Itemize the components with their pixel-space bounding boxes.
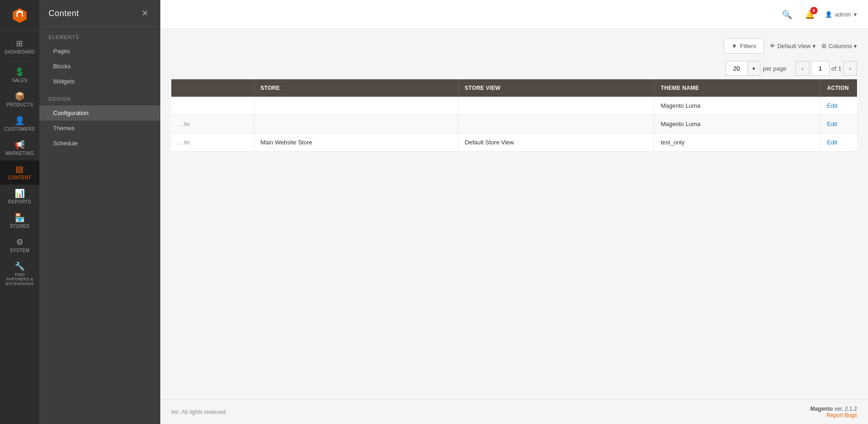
per-page-dropdown-button[interactable]: ▾: [748, 61, 760, 76]
filter-icon: ▼: [732, 43, 737, 50]
sidebar-item-label: STORES: [10, 224, 30, 229]
flyout-item-widgets[interactable]: Widgets: [39, 74, 160, 89]
row-scope-2: …ite: [171, 115, 254, 133]
sidebar-item-label: SYSTEM: [10, 248, 30, 253]
columns-chevron-icon: ▾: [854, 43, 857, 50]
magento-label: Magento: [810, 406, 833, 412]
report-bugs-link[interactable]: Report Bugs: [810, 412, 857, 418]
flyout-item-schedule[interactable]: Schedule: [39, 136, 160, 151]
sidebar-item-label: FIND PARTNERS & EXTENSIONS: [4, 272, 36, 286]
of-label: of: [831, 65, 836, 72]
admin-label: admin: [835, 11, 851, 18]
columns-label: Columns: [829, 43, 852, 50]
customers-icon: 👤: [15, 116, 25, 125]
page-content: ▼ Filters 👁 Default View ▾ ⚙ Columns ▾ 2…: [160, 29, 868, 399]
view-button[interactable]: 👁 Default View ▾: [770, 43, 816, 50]
sidebar-item-label: SALES: [12, 78, 27, 83]
row-store-view-3: Default Store View: [458, 133, 654, 152]
page-nav: ‹ 1 of 1 ›: [796, 61, 857, 76]
sidebar-item-dashboard[interactable]: ⊞ DASHBOARD: [0, 35, 39, 59]
filters-button[interactable]: ▼ Filters: [724, 39, 764, 54]
sidebar-item-content[interactable]: ▤ CONTENT: [0, 160, 39, 185]
marketing-icon: 📢: [15, 141, 25, 149]
dashboard-icon: ⊞: [16, 39, 23, 48]
row-action-2: Edit: [820, 115, 857, 133]
sidebar-item-label: DASHBOARD: [5, 50, 35, 55]
row-store-view-1: [458, 97, 654, 115]
notifications-button[interactable]: 🔔 8: [802, 7, 818, 22]
total-pages: 1: [838, 65, 841, 72]
main-area: 🔍 🔔 8 👤 admin ▾ ▼ Filters 👁 Default View…: [160, 0, 868, 424]
edit-link-3[interactable]: Edit: [827, 139, 837, 146]
sidebar-item-marketing[interactable]: 📢 MARKETING: [0, 136, 39, 160]
footer-copyright: Inc. All rights reserved.: [171, 409, 227, 415]
pagination-bar: 20 ▾ per page ‹ 1 of 1 ›: [171, 61, 857, 76]
columns-button[interactable]: ⚙ Columns ▾: [821, 43, 857, 50]
row-store-3: Main Website Store: [254, 133, 458, 152]
admin-menu-button[interactable]: 👤 admin ▾: [825, 11, 857, 18]
col-theme-name: Theme Name: [654, 79, 820, 97]
page-footer: Inc. All rights reserved. Magento ver. 2…: [160, 399, 868, 424]
row-scope-1: [171, 97, 254, 115]
table-body: Magento Luma Edit …ite Magento Luma Edit…: [171, 97, 857, 152]
col-store: Store: [254, 79, 458, 97]
partners-icon: 🔧: [15, 262, 25, 270]
next-page-button[interactable]: ›: [843, 61, 857, 76]
page-number-input[interactable]: 1: [811, 61, 830, 76]
flyout-section-elements-label: Elements: [39, 27, 160, 44]
table-header-row: Store Store View Theme Name Action: [171, 79, 857, 97]
notifications-badge: 8: [810, 7, 818, 14]
row-store-view-2: [458, 115, 654, 133]
row-theme-2: Magento Luma: [654, 115, 820, 133]
eye-icon: 👁: [770, 43, 775, 50]
flyout-section-design-label: Design: [39, 89, 160, 105]
table-header: Store Store View Theme Name Action: [171, 79, 857, 97]
sidebar-item-label: CONTENT: [8, 175, 31, 180]
sidebar-item-products[interactable]: 📦 PRODUCTS: [0, 88, 39, 112]
footer-version: Magento ver. 2.1.2: [810, 406, 857, 412]
row-store-1: [254, 97, 458, 115]
narrow-sidebar: ⊞ DASHBOARD 💲 SALES 📦 PRODUCTS 👤 CUSTOME…: [0, 0, 39, 424]
edit-link-2[interactable]: Edit: [827, 121, 837, 127]
col-scope: [171, 79, 254, 97]
col-action: Action: [820, 79, 857, 97]
sidebar-item-system[interactable]: ⚙ SYSTEM: [0, 233, 39, 258]
flyout-panel: Content ✕ Elements Pages Blocks Widgets …: [39, 0, 160, 424]
chevron-down-icon: ▾: [854, 11, 857, 18]
per-page-input[interactable]: 20: [726, 61, 748, 76]
col-store-view: Store View: [458, 79, 654, 97]
footer-right: Magento ver. 2.1.2 Report Bugs: [810, 405, 857, 418]
row-theme-3: test_only: [654, 133, 820, 152]
products-icon: 📦: [15, 92, 25, 100]
row-scope-3: …ite: [171, 133, 254, 152]
sidebar-item-sales[interactable]: 💲 SALES: [0, 63, 39, 88]
user-icon: 👤: [825, 11, 832, 18]
sidebar-item-reports[interactable]: 📊 REPORTS: [0, 185, 39, 209]
flyout-item-themes[interactable]: Themes: [39, 121, 160, 136]
flyout-item-configuration[interactable]: Configuration: [39, 105, 160, 121]
flyout-title: Content: [49, 9, 79, 18]
sidebar-item-partners[interactable]: 🔧 FIND PARTNERS & EXTENSIONS: [0, 258, 39, 291]
flyout-close-button[interactable]: ✕: [139, 7, 151, 19]
prev-page-button[interactable]: ‹: [796, 61, 809, 76]
sidebar-item-label: CUSTOMERS: [5, 127, 35, 132]
search-icon: 🔍: [782, 10, 792, 19]
view-chevron-icon: ▾: [813, 43, 816, 50]
sidebar-item-customers[interactable]: 👤 CUSTOMERS: [0, 112, 39, 136]
table-row: …ite Magento Luma Edit: [171, 115, 857, 133]
table-row: Magento Luma Edit: [171, 97, 857, 115]
sidebar-item-label: MARKETING: [5, 151, 34, 156]
search-button[interactable]: 🔍: [779, 7, 795, 22]
logo-area[interactable]: [0, 0, 39, 31]
flyout-item-blocks[interactable]: Blocks: [39, 59, 160, 74]
row-store-2: [254, 115, 458, 133]
sidebar-item-label: PRODUCTS: [6, 102, 33, 107]
edit-link-1[interactable]: Edit: [827, 102, 837, 109]
gear-icon: ⚙: [821, 43, 827, 50]
sidebar-item-stores[interactable]: 🏪 STORES: [0, 209, 39, 233]
per-page-label: per page: [763, 65, 786, 72]
flyout-item-pages[interactable]: Pages: [39, 44, 160, 59]
row-theme-1: Magento Luma: [654, 97, 820, 115]
stores-icon: 🏪: [15, 214, 25, 222]
flyout-header: Content ✕: [39, 0, 160, 27]
